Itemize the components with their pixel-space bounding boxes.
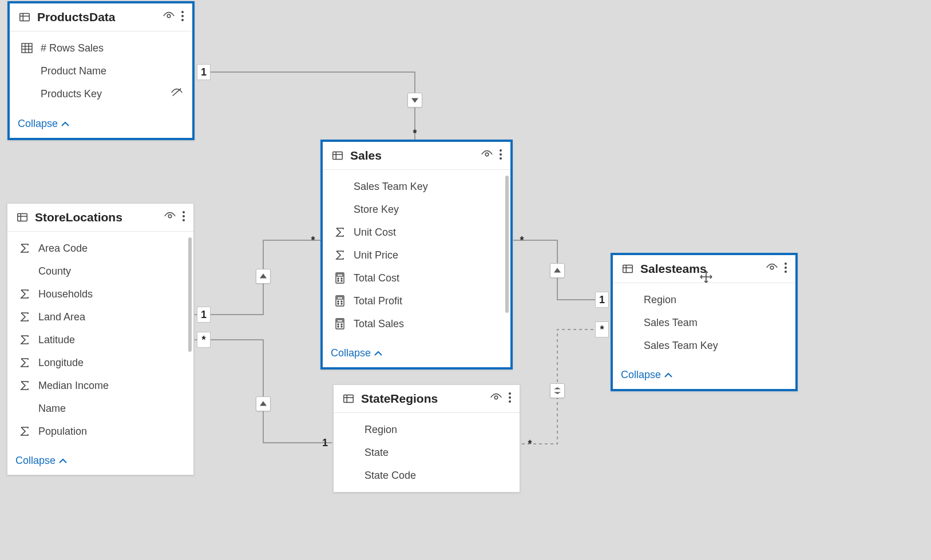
- table-icon: [331, 149, 344, 162]
- svg-point-48: [494, 396, 498, 399]
- more-icon[interactable]: [784, 262, 787, 276]
- table-storelocations[interactable]: StoreLocations Area Code County Househol…: [7, 203, 194, 475]
- field-row[interactable]: Area Code: [7, 237, 193, 259]
- svg-point-4: [181, 11, 184, 13]
- table-header[interactable]: ProductsData: [10, 3, 192, 31]
- collapse-button[interactable]: Collapse: [18, 118, 69, 130]
- field-row[interactable]: Population: [7, 420, 193, 442]
- table-header[interactable]: Sales: [323, 142, 510, 170]
- cardinality-stateregions-one: 1: [318, 435, 332, 451]
- cardinality-stateregions-many: *: [523, 436, 537, 452]
- svg-point-28: [338, 301, 339, 302]
- svg-rect-0: [20, 14, 30, 21]
- chevron-up-icon: [61, 121, 69, 127]
- svg-point-5: [181, 15, 184, 17]
- cardinality-sales-many-right: *: [515, 232, 529, 248]
- table-title: StateRegions: [361, 392, 484, 406]
- calculator-icon: [333, 294, 347, 308]
- field-row[interactable]: Longitude: [7, 352, 193, 374]
- field-list: Sales Team Key Store Key Unit Cost Unit …: [323, 170, 510, 340]
- filter-direction-state-salesteam[interactable]: [550, 383, 565, 398]
- field-row[interactable]: State Code: [334, 464, 520, 486]
- svg-rect-38: [18, 214, 27, 221]
- field-row[interactable]: Store Key: [323, 198, 510, 220]
- field-row[interactable]: Unit Price: [323, 244, 510, 266]
- collapse-button[interactable]: Collapse: [331, 347, 382, 359]
- sigma-icon: [18, 241, 31, 255]
- table-sales[interactable]: Sales Sales Team Key Store Key Unit Cost…: [320, 140, 513, 370]
- field-row[interactable]: Region: [613, 289, 795, 311]
- collapse-button[interactable]: Collapse: [15, 455, 67, 467]
- svg-point-43: [183, 215, 185, 217]
- field-row-products-key[interactable]: Products Key: [10, 83, 192, 105]
- sigma-icon: [18, 333, 31, 347]
- svg-point-51: [509, 400, 511, 403]
- visibility-icon[interactable]: [766, 262, 778, 276]
- field-row[interactable]: State: [334, 442, 520, 463]
- more-icon[interactable]: [181, 10, 184, 24]
- svg-rect-33: [337, 320, 343, 322]
- field-row-product-name[interactable]: Product Name: [10, 60, 192, 82]
- field-row[interactable]: Total Profit: [323, 290, 510, 312]
- svg-rect-7: [22, 43, 32, 53]
- field-row[interactable]: Sales Team Key: [323, 176, 510, 197]
- filter-direction-sales-salesteam[interactable]: [550, 263, 565, 278]
- sigma-icon: [333, 225, 347, 239]
- cardinality-storelocations-many: *: [197, 332, 211, 348]
- table-icon: [621, 262, 635, 276]
- more-icon[interactable]: [508, 392, 512, 406]
- calculator-icon: [333, 271, 347, 285]
- field-row[interactable]: Total Sales: [323, 313, 510, 335]
- svg-point-35: [341, 324, 342, 325]
- chevron-up-icon: [664, 372, 672, 378]
- sigma-icon: [18, 356, 31, 370]
- field-row[interactable]: Sales Team: [613, 312, 795, 333]
- scrollbar[interactable]: [188, 237, 192, 352]
- field-row[interactable]: Median Income: [7, 375, 193, 396]
- visibility-icon[interactable]: [490, 392, 502, 406]
- svg-point-31: [341, 303, 342, 304]
- more-icon[interactable]: [499, 149, 502, 162]
- field-row[interactable]: Land Area: [7, 306, 193, 328]
- filter-direction-products-sales[interactable]: [407, 93, 422, 108]
- sigma-icon: [18, 424, 31, 438]
- svg-point-3: [167, 14, 171, 18]
- svg-point-25: [341, 280, 342, 281]
- field-row[interactable]: Latitude: [7, 329, 193, 351]
- visibility-icon[interactable]: [481, 149, 493, 162]
- field-row-rows-sales[interactable]: # Rows Sales: [10, 37, 192, 59]
- collapse-button[interactable]: Collapse: [621, 369, 672, 381]
- visibility-icon[interactable]: [164, 211, 176, 224]
- svg-point-22: [338, 278, 339, 279]
- field-row[interactable]: Total Cost: [323, 267, 510, 289]
- field-row[interactable]: County: [7, 260, 193, 282]
- field-row[interactable]: Name: [7, 398, 193, 419]
- svg-point-56: [785, 263, 787, 265]
- cardinality-salesteams-many: *: [595, 321, 609, 337]
- chevron-up-icon: [59, 458, 67, 464]
- table-header[interactable]: StateRegions: [334, 385, 520, 413]
- hidden-icon[interactable]: [171, 87, 184, 101]
- svg-rect-13: [333, 152, 343, 160]
- field-row[interactable]: Sales Team Key: [613, 335, 795, 356]
- chevron-up-icon: [374, 351, 382, 356]
- svg-rect-52: [623, 265, 633, 273]
- table-productsdata[interactable]: ProductsData # Rows Sales Product Name: [7, 1, 195, 140]
- filter-direction-store-sales[interactable]: [256, 269, 271, 284]
- sigma-icon: [333, 248, 347, 262]
- field-row[interactable]: Region: [334, 419, 520, 440]
- svg-point-17: [500, 149, 502, 152]
- filter-direction-store-state[interactable]: [256, 396, 271, 411]
- svg-point-34: [338, 324, 339, 325]
- svg-point-19: [500, 157, 502, 160]
- table-header[interactable]: StoreLocations: [7, 204, 193, 232]
- scrollbar[interactable]: [505, 176, 509, 313]
- visibility-icon[interactable]: [163, 10, 175, 24]
- more-icon[interactable]: [182, 211, 185, 224]
- sigma-icon: [18, 310, 31, 324]
- field-row[interactable]: Households: [7, 283, 193, 305]
- table-title: ProductsData: [37, 10, 157, 24]
- table-stateregions[interactable]: StateRegions Region State State Code: [333, 384, 520, 493]
- table-icon: [342, 392, 355, 406]
- field-row[interactable]: Unit Cost: [323, 221, 510, 243]
